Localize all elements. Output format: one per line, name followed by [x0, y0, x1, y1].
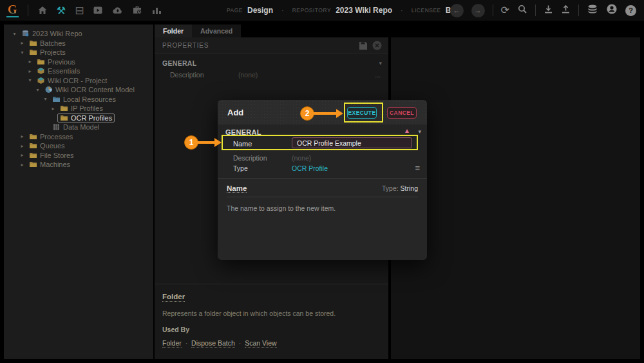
tree-collapsed-arrow-icon[interactable]: ▸	[18, 40, 26, 46]
ellipsis-button[interactable]: ...	[375, 71, 381, 79]
tree-item-file-stores[interactable]: ▸File Stores	[4, 151, 153, 161]
tree-item-ip-profiles[interactable]: ▸IP Profiles	[4, 104, 153, 113]
tree-item-inner[interactable]: Essentials	[34, 66, 82, 75]
folder-icon	[29, 142, 37, 150]
divider	[578, 5, 579, 16]
used-by-links: Folder · Dispose Batch · Scan View	[162, 339, 381, 347]
tree-item-inner[interactable]: Projects	[26, 48, 68, 57]
tree-collapsed-arrow-icon[interactable]: ▸	[49, 106, 57, 112]
close-icon[interactable]	[372, 41, 382, 50]
download-icon[interactable]	[544, 5, 553, 17]
properties-title: PROPERTIES	[162, 42, 209, 49]
tree-collapsed-arrow-icon[interactable]: ▸	[18, 143, 26, 149]
chevron-down-icon[interactable]: ▾	[379, 60, 382, 66]
tab-advanced[interactable]: Advanced	[192, 25, 241, 37]
tree-item-previous[interactable]: ▸Previous	[4, 57, 153, 67]
used-by-label: Used By	[162, 326, 381, 333]
tree-item-ocr-profiles[interactable]: OCR Profiles	[4, 113, 153, 123]
briefcase-clock-icon[interactable]	[132, 5, 143, 15]
tree-expanded-arrow-icon[interactable]: ▾	[10, 31, 19, 37]
tree-item-data-model[interactable]: Data Model	[4, 123, 153, 132]
type-menu-icon[interactable]: ≡	[415, 163, 420, 173]
tree-item-wiki-ocr-content-model[interactable]: ▾Wiki OCR Content Model	[4, 85, 153, 95]
chevron-down-icon[interactable]: ▾	[418, 128, 421, 135]
tree-collapsed-arrow-icon[interactable]: ▸	[18, 152, 26, 158]
dialog-type-value[interactable]: OCR Profile	[292, 164, 328, 172]
help-property-name[interactable]: Name	[227, 184, 247, 193]
tree-item-inner[interactable]: Processes	[26, 132, 75, 141]
type-help-section: Folder Represents a folder object in whi…	[155, 284, 388, 359]
tree-item-inner[interactable]: Data Model	[50, 123, 102, 132]
home-icon[interactable]	[37, 5, 48, 15]
user-icon[interactable]	[606, 3, 618, 17]
tree-item-local-resources[interactable]: ▾Local Resources	[4, 95, 153, 104]
tree-item-label: Previous	[48, 58, 75, 66]
tab-bar: Folder Advanced	[155, 25, 241, 37]
used-by-link-folder[interactable]: Folder	[162, 339, 182, 348]
tree-item-inner[interactable]: Machines	[26, 160, 73, 169]
divider	[535, 5, 536, 16]
tree-item-wiki-ocr-project[interactable]: ▾Wiki OCR - Project	[4, 76, 153, 86]
tree-item-inner[interactable]: Local Resources	[50, 95, 118, 104]
cancel-button[interactable]: CANCEL	[387, 107, 417, 119]
tree-expanded-arrow-icon[interactable]: ▾	[18, 50, 26, 55]
tree-expanded-arrow-icon[interactable]: ▾	[26, 77, 34, 83]
tree-collapsed-arrow-icon[interactable]: ▸	[26, 59, 34, 64]
cloud-upload-icon[interactable]	[112, 5, 123, 15]
save-icon[interactable]	[359, 41, 368, 50]
tree-item-inner[interactable]: Queues	[26, 141, 68, 150]
tree-item-inner[interactable]: OCR Profiles	[57, 113, 115, 123]
execute-button[interactable]: EXECUTE	[347, 107, 377, 119]
tab-folder[interactable]: Folder	[155, 25, 192, 37]
app-logo[interactable]: G	[6, 3, 19, 17]
dialog-description-value[interactable]: (none)	[292, 154, 311, 162]
help-property-type: Type: String	[382, 184, 418, 192]
divider	[493, 5, 493, 16]
tree-expanded-arrow-icon[interactable]: ▾	[41, 96, 50, 102]
tree-item-inner[interactable]: Wiki OCR - Project	[34, 76, 109, 85]
project-icon	[37, 67, 45, 75]
tree-item-queues[interactable]: ▸Queues	[4, 141, 153, 151]
play-box-icon[interactable]	[93, 5, 103, 15]
tree-item-essentials[interactable]: ▸Essentials	[4, 66, 153, 76]
tree-item-label: Essentials	[48, 67, 80, 75]
repository-value[interactable]: 2023 Wiki Repo	[336, 6, 392, 15]
back-icon[interactable]: ←	[450, 4, 464, 17]
help-title-link[interactable]: Folder	[162, 293, 185, 302]
tree-item-processes[interactable]: ▸Processes	[4, 132, 153, 142]
tree-item-inner[interactable]: IP Profiles	[57, 104, 106, 113]
tree-expanded-arrow-icon[interactable]: ▾	[33, 87, 42, 93]
forward-icon[interactable]: →	[471, 4, 485, 17]
help-icon[interactable]: ?	[625, 5, 636, 16]
tree-collapsed-arrow-icon[interactable]: ▸	[18, 133, 26, 139]
upload-icon[interactable]	[561, 5, 571, 17]
tree-item-machines[interactable]: ▸Machines	[4, 160, 153, 170]
archive-icon[interactable]: ⊟	[75, 6, 84, 15]
tree-item-inner[interactable]: Batches	[26, 39, 68, 48]
tree-item-inner[interactable]: Wiki OCR Content Model	[42, 85, 137, 94]
general-label: GENERAL	[162, 59, 196, 67]
tree-collapsed-arrow-icon[interactable]: ▸	[26, 68, 34, 74]
page-value[interactable]: Design	[247, 6, 273, 15]
used-by-link-dispose-batch[interactable]: Dispose Batch	[191, 339, 235, 348]
tree-collapsed-arrow-icon[interactable]: ▸	[18, 162, 26, 168]
tree-item-label: Local Resources	[63, 95, 116, 103]
bar-chart-icon[interactable]	[152, 5, 162, 15]
refresh-icon[interactable]: ⟳	[501, 5, 509, 15]
tree-item-inner[interactable]: Previous	[34, 57, 78, 66]
tree-item-inner[interactable]: File Stores	[26, 151, 77, 160]
tools-icon[interactable]: ⚒	[57, 6, 66, 15]
name-input[interactable]	[292, 137, 412, 148]
tree-item-projects[interactable]: ▾Projects	[4, 48, 153, 57]
tree-item-inner[interactable]: 2023 Wiki Repo	[19, 29, 85, 38]
licensee-label: LICENSEE	[412, 7, 441, 14]
dialog-title: Add	[227, 108, 243, 117]
description-value[interactable]: (none)	[238, 71, 258, 79]
help-property-description: The name to assign to the new item.	[227, 204, 418, 212]
tree-item-batches[interactable]: ▸Batches	[4, 39, 153, 48]
database-icon[interactable]	[587, 4, 598, 17]
used-by-link-scan-view[interactable]: Scan View	[245, 339, 276, 348]
tree-item-2023-wiki-repo[interactable]: ▾2023 Wiki Repo	[4, 29, 153, 39]
search-icon[interactable]	[517, 4, 527, 17]
tree-item-label: Data Model	[63, 123, 99, 131]
